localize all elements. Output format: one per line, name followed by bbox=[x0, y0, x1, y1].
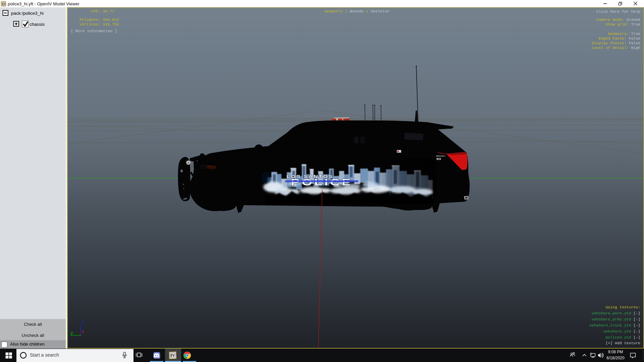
svg-text:z: z bbox=[82, 320, 84, 325]
svg-text:911: 911 bbox=[436, 157, 441, 161]
svg-text:EMERGENCY: EMERGENCY bbox=[436, 155, 445, 157]
svg-text:IV: IV bbox=[170, 353, 176, 358]
svg-text:x: x bbox=[82, 329, 85, 334]
svg-text:y: y bbox=[70, 330, 73, 336]
